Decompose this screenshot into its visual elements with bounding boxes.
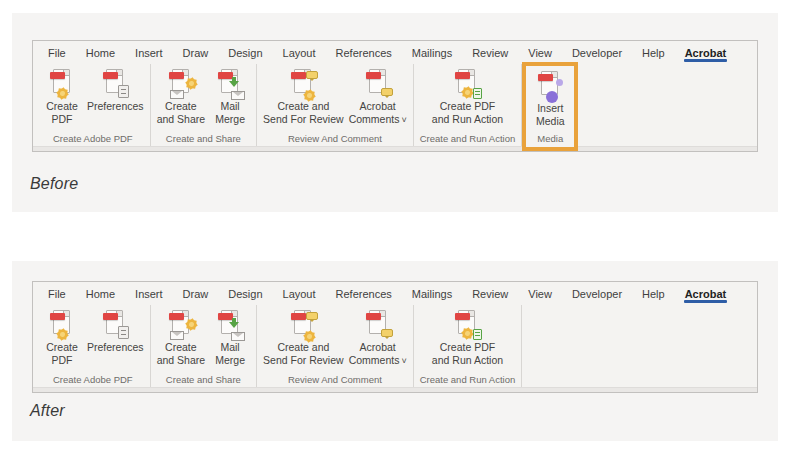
tab-file[interactable]: File bbox=[38, 288, 76, 300]
tab-draw[interactable]: Draw bbox=[173, 47, 219, 59]
tab-insert[interactable]: Insert bbox=[125, 47, 173, 59]
button-preferences[interactable]: Preferences bbox=[85, 67, 146, 114]
group-label-media: Media bbox=[528, 133, 572, 147]
group-label-create-adobe-pdf: Create Adobe PDF bbox=[40, 133, 146, 147]
button-label-line: Create and bbox=[277, 100, 329, 113]
button-label-line: Create PDF bbox=[440, 341, 495, 354]
ribbon-empty-space bbox=[522, 305, 757, 388]
button-create-pdf[interactable]: CreatePDF bbox=[40, 67, 84, 127]
after-label: After bbox=[30, 402, 65, 420]
doc-insert-media-icon bbox=[537, 70, 563, 101]
ribbon-group-create-adobe-pdf: CreatePDFPreferencesCreate Adobe PDF bbox=[36, 64, 151, 147]
tab-view[interactable]: View bbox=[518, 288, 562, 300]
tab-home[interactable]: Home bbox=[76, 288, 125, 300]
before-label: Before bbox=[30, 175, 78, 193]
group-label-create-and-run-action: Create and Run Action bbox=[418, 133, 518, 147]
tab-view[interactable]: View bbox=[518, 47, 562, 59]
button-label-line: Create bbox=[165, 341, 197, 354]
ribbon-group-create-and-share: Createand ShareMailMergeCreate and Share bbox=[151, 305, 257, 388]
doc-run-action-icon bbox=[454, 309, 480, 340]
tab-draw[interactable]: Draw bbox=[173, 288, 219, 300]
doc-preferences-icon bbox=[102, 68, 128, 99]
button-label-line: Send For Review bbox=[263, 354, 344, 367]
button-label-line: Create bbox=[165, 100, 197, 113]
tab-references[interactable]: References bbox=[326, 47, 402, 59]
button-create-and-share[interactable]: Createand Share bbox=[155, 308, 207, 368]
button-label-line: and Share bbox=[157, 113, 205, 126]
ribbon-groups: CreatePDFPreferencesCreate Adobe PDFCrea… bbox=[33, 305, 757, 388]
doc-create-pdf-icon bbox=[49, 309, 75, 340]
button-acrobat-comments[interactable]: AcrobatComments˅ bbox=[347, 67, 409, 128]
tab-design[interactable]: Design bbox=[218, 288, 272, 300]
doc-share-icon bbox=[168, 68, 194, 99]
button-insert-media[interactable]: InsertMedia bbox=[528, 69, 572, 129]
tab-help[interactable]: Help bbox=[632, 288, 675, 300]
ribbon-group-create-and-run-action: Create PDFand Run ActionCreate and Run A… bbox=[414, 64, 523, 147]
button-label-line: PDF bbox=[52, 113, 73, 126]
doc-share-icon bbox=[168, 309, 194, 340]
doc-create-pdf-icon bbox=[49, 68, 75, 99]
button-label-line: Create bbox=[46, 100, 78, 113]
button-label-line: Create bbox=[46, 341, 78, 354]
ribbon-tab-bar: FileHomeInsertDrawDesignLayoutReferences… bbox=[33, 41, 757, 64]
button-label-line: Merge bbox=[215, 113, 245, 126]
button-label-line: Comments˅ bbox=[349, 354, 407, 368]
tab-review[interactable]: Review bbox=[462, 47, 518, 59]
button-create-pdf[interactable]: CreatePDF bbox=[40, 308, 84, 368]
ribbon-group-create-adobe-pdf: CreatePDFPreferencesCreate Adobe PDF bbox=[36, 305, 151, 388]
tab-developer[interactable]: Developer bbox=[562, 288, 632, 300]
doc-preferences-icon bbox=[102, 309, 128, 340]
ribbon-group-review-and-comment: Create andSend For ReviewAcrobatComments… bbox=[257, 64, 414, 147]
tab-file[interactable]: File bbox=[38, 47, 76, 59]
doc-comments-icon bbox=[365, 309, 391, 340]
button-label-line: Create PDF bbox=[440, 100, 495, 113]
ribbon-group-review-and-comment: Create andSend For ReviewAcrobatComments… bbox=[257, 305, 414, 388]
group-label-create-adobe-pdf: Create Adobe PDF bbox=[40, 374, 146, 388]
button-label-line: PDF bbox=[52, 354, 73, 367]
button-label-line: Acrobat bbox=[360, 341, 396, 354]
button-label-line: Send For Review bbox=[263, 113, 344, 126]
doc-comments-icon bbox=[365, 68, 391, 99]
tab-layout[interactable]: Layout bbox=[273, 288, 326, 300]
button-label-line: Insert bbox=[537, 102, 563, 115]
tab-references[interactable]: References bbox=[326, 288, 402, 300]
button-label-line: Mail bbox=[220, 100, 239, 113]
ribbon-group-create-and-share: Createand ShareMailMergeCreate and Share bbox=[151, 64, 257, 147]
tab-insert[interactable]: Insert bbox=[125, 288, 173, 300]
tab-help[interactable]: Help bbox=[632, 47, 675, 59]
button-create-and-share[interactable]: Createand Share bbox=[155, 67, 207, 127]
ribbon-tab-bar: FileHomeInsertDrawDesignLayoutReferences… bbox=[33, 282, 757, 305]
tab-mailings[interactable]: Mailings bbox=[402, 47, 462, 59]
button-create-pdf-and-run-action[interactable]: Create PDFand Run Action bbox=[430, 308, 505, 368]
word-acrobat-ribbon-comparison: { "sections": { "before": { "label": "Be… bbox=[0, 0, 800, 473]
button-label-line: and Run Action bbox=[432, 113, 503, 126]
doc-run-action-icon bbox=[454, 68, 480, 99]
group-label-review-and-comment: Review And Comment bbox=[261, 133, 409, 147]
button-mail-merge[interactable]: MailMerge bbox=[208, 67, 252, 127]
button-label-line: Acrobat bbox=[360, 100, 396, 113]
ribbon-before: FileHomeInsertDrawDesignLayoutReferences… bbox=[32, 40, 758, 152]
button-create-pdf-and-run-action[interactable]: Create PDFand Run Action bbox=[430, 67, 505, 127]
tab-design[interactable]: Design bbox=[218, 47, 272, 59]
tab-home[interactable]: Home bbox=[76, 47, 125, 59]
button-acrobat-comments[interactable]: AcrobatComments˅ bbox=[347, 308, 409, 369]
ribbon-empty-space bbox=[578, 64, 757, 147]
button-label-line: Preferences bbox=[87, 341, 144, 354]
button-mail-merge[interactable]: MailMerge bbox=[208, 308, 252, 368]
tab-mailings[interactable]: Mailings bbox=[402, 288, 462, 300]
button-create-and-send-for-review[interactable]: Create andSend For Review bbox=[261, 308, 346, 368]
button-label-line: Create and bbox=[277, 341, 329, 354]
doc-send-review-icon bbox=[290, 68, 316, 99]
tab-review[interactable]: Review bbox=[462, 288, 518, 300]
tab-developer[interactable]: Developer bbox=[562, 47, 632, 59]
button-label-line: and Run Action bbox=[432, 354, 503, 367]
button-label-line: Mail bbox=[220, 341, 239, 354]
group-label-review-and-comment: Review And Comment bbox=[261, 374, 409, 388]
button-label-line: Preferences bbox=[87, 100, 144, 113]
button-create-and-send-for-review[interactable]: Create andSend For Review bbox=[261, 67, 346, 127]
tab-acrobat[interactable]: Acrobat bbox=[675, 47, 737, 59]
button-preferences[interactable]: Preferences bbox=[85, 308, 146, 355]
ribbon-group-media: InsertMediaMedia bbox=[522, 62, 578, 151]
tab-layout[interactable]: Layout bbox=[273, 47, 326, 59]
tab-acrobat[interactable]: Acrobat bbox=[675, 288, 737, 300]
